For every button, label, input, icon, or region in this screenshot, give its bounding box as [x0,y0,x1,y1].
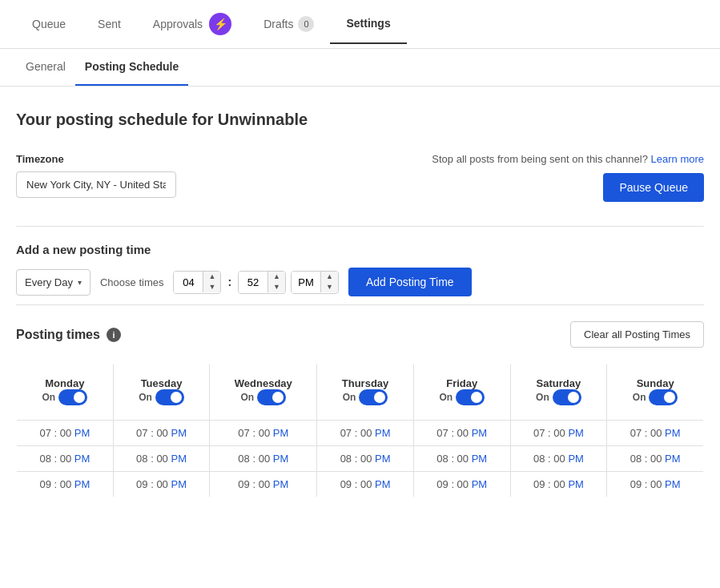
pause-queue-button[interactable]: Pause Queue [603,173,704,202]
ampm-value: PM [568,453,584,465]
friday-toggle[interactable] [456,389,485,405]
subnav-posting-schedule[interactable]: Posting Schedule [75,49,188,86]
wednesday-toggle[interactable] [257,389,286,405]
saturday-on-label: On [536,392,549,403]
col-sunday: Sunday On [607,364,704,421]
time-cell[interactable]: 09 : 00 PM [113,472,210,497]
time-input-group: ▲ ▼ : ▲ ▼ ▲ ▼ [173,271,338,294]
ampm-value: PM [568,427,584,439]
time-cell[interactable]: 09 : 00 PM [17,472,114,497]
time-cell[interactable]: 09 : 00 PM [607,472,704,497]
add-section-title: Add a new posting time [16,243,704,256]
info-icon: i [107,328,121,342]
time-cell[interactable]: 09 : 00 PM [210,472,317,497]
sunday-toggle[interactable] [649,389,678,405]
friday-header-label: Friday [422,377,502,389]
tuesday-toggle[interactable] [155,389,184,405]
time-cell[interactable]: 08 : 00 PM [17,446,114,472]
ampm-value: PM [171,453,187,465]
minute-spinner[interactable]: ▲ ▼ [238,271,286,294]
hour-up-button[interactable]: ▲ [203,272,220,282]
time-value: 07 : 00 [136,427,171,439]
timezone-input[interactable] [16,171,176,198]
time-cell[interactable]: 09 : 00 PM [510,472,607,497]
time-cell[interactable]: 07 : 00 PM [607,421,704,446]
friday-on-label: On [439,392,453,403]
time-value: 08 : 00 [39,453,74,465]
ampm-value: PM [665,478,681,490]
time-value: 07 : 00 [238,427,272,439]
wednesday-toggle-slider [257,389,286,405]
day-dropdown[interactable]: Every Day ▾ [16,269,91,296]
time-cell[interactable]: 08 : 00 PM [210,446,317,472]
time-cell[interactable]: 08 : 00 PM [607,446,704,472]
time-value: 07 : 00 [533,427,568,439]
time-cell[interactable]: 07 : 00 PM [510,421,607,446]
ampm-input[interactable] [292,272,320,293]
minute-input[interactable] [239,272,267,293]
nav-settings[interactable]: Settings [330,4,406,44]
time-cell[interactable]: 09 : 00 PM [413,472,510,497]
monday-toggle[interactable] [58,389,87,405]
divider-2 [16,304,704,305]
table-row: 09 : 00 PM09 : 00 PM09 : 00 PM09 : 00 PM… [17,472,704,497]
schedule-table: Monday On Tuesday On [16,364,704,497]
monday-toggle-row: On [25,389,105,412]
time-cell[interactable]: 07 : 00 PM [413,421,510,446]
sub-navigation: General Posting Schedule [0,49,720,87]
ampm-value: PM [273,427,289,439]
thursday-toggle[interactable] [359,389,388,405]
ampm-value: PM [273,478,289,490]
nav-queue[interactable]: Queue [16,5,82,43]
time-value: 09 : 00 [39,478,74,490]
hour-spinner[interactable]: ▲ ▼ [173,271,221,294]
friday-toggle-slider [456,389,485,405]
time-cell[interactable]: 09 : 00 PM [317,472,414,497]
sunday-toggle-slider [649,389,678,405]
nav-drafts[interactable]: Drafts 0 [247,3,330,45]
learn-more-link[interactable]: Learn more [651,153,704,165]
thursday-toggle-row: On [325,389,405,412]
table-row: 08 : 00 PM08 : 00 PM08 : 00 PM08 : 00 PM… [17,446,704,472]
ampm-value: PM [375,478,391,490]
time-cell[interactable]: 08 : 00 PM [317,446,414,472]
minute-up-button[interactable]: ▲ [268,272,285,282]
saturday-toggle[interactable] [553,389,581,405]
ampm-value: PM [74,478,91,490]
clear-all-button[interactable]: Clear all Posting Times [570,321,704,348]
monday-toggle-slider [58,389,87,405]
time-cell[interactable]: 08 : 00 PM [510,446,607,472]
table-row: 07 : 00 PM07 : 00 PM07 : 00 PM07 : 00 PM… [17,421,704,446]
tuesday-header-label: Tuesday [122,377,202,389]
ampm-value: PM [375,427,391,439]
time-value: 08 : 00 [533,453,568,465]
nav-sent[interactable]: Sent [82,5,137,43]
saturday-toggle-row: On [519,389,599,412]
posting-times-label: Posting times [16,328,100,342]
hour-input[interactable] [174,272,203,293]
ampm-down-button[interactable]: ▼ [321,282,338,292]
time-cell[interactable]: 07 : 00 PM [317,421,414,446]
hour-down-button[interactable]: ▼ [203,282,220,292]
time-cell[interactable]: 07 : 00 PM [210,421,317,446]
posting-times-title: Posting times i [16,328,121,342]
time-cell[interactable]: 07 : 00 PM [17,421,114,446]
page-title: Your posting schedule for Unwinnable [16,111,704,129]
dropdown-arrow-icon: ▾ [78,278,82,287]
ampm-up-button[interactable]: ▲ [321,272,338,282]
minute-down-button[interactable]: ▼ [268,282,285,292]
time-cell[interactable]: 08 : 00 PM [113,446,210,472]
table-header-row: Monday On Tuesday On [17,364,704,421]
nav-approvals[interactable]: Approvals ⚡ [137,0,247,48]
wednesday-toggle-row: On [218,389,308,412]
add-posting-time-button[interactable]: Add Posting Time [348,268,472,296]
sunday-toggle-row: On [615,389,695,412]
ampm-value: PM [472,453,488,465]
ampm-spinner[interactable]: ▲ ▼ [291,271,339,294]
time-cell[interactable]: 08 : 00 PM [413,446,510,472]
sunday-header-label: Sunday [615,377,695,389]
subnav-general[interactable]: General [16,49,75,86]
thursday-header-label: Thursday [325,377,405,389]
time-cell[interactable]: 07 : 00 PM [113,421,210,446]
ampm-value: PM [568,478,584,490]
